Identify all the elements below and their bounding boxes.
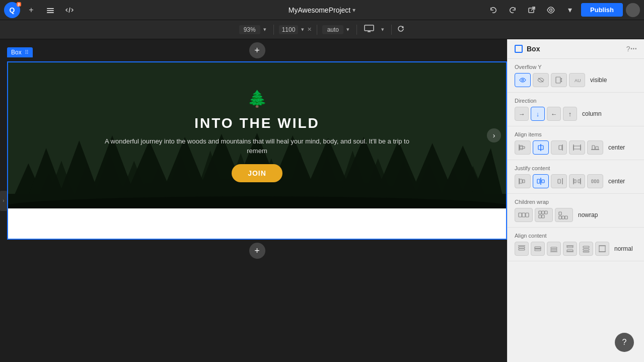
redo-button[interactable] [505,2,521,18]
beta-badge: β [17,2,21,7]
overflow-scroll-button[interactable] [551,73,567,87]
svg-rect-49 [556,77,560,83]
svg-rect-105 [583,246,589,248]
top-toolbar: Q β + MyAwesomeProject ▾ [0,0,644,20]
width-chevron-button[interactable]: ▾ [299,25,306,34]
justify-space-around-button[interactable] [587,174,603,188]
overflow-y-label: Overflow Y [515,64,637,70]
preview-button[interactable] [543,2,559,18]
overflow-y-value: visible [590,77,607,84]
svg-rect-53 [520,146,523,150]
align-content-start-button[interactable] [515,242,529,256]
auto-chevron-button[interactable]: ▾ [344,25,351,34]
user-avatar[interactable] [626,3,640,17]
publish-button[interactable]: Publish [581,3,623,17]
svg-rect-97 [535,249,541,251]
align-content-options: normal [515,242,637,256]
hero-next-arrow[interactable]: › [487,128,501,142]
hero-join-button[interactable]: JOIN [232,164,282,182]
align-items-value: center [608,144,625,151]
align-items-section: Align items [508,126,644,160]
undo-button[interactable] [485,2,502,18]
wrap-nowrap-button[interactable] [515,208,533,222]
add-button[interactable]: + [23,2,39,18]
align-content-stretch-button[interactable] [595,242,609,256]
direction-label: Direction [515,98,637,104]
app-logo[interactable]: Q β [4,2,20,18]
direction-left-button[interactable]: ← [547,107,561,121]
panel-header: Box ? ··· [508,39,644,59]
align-end-button[interactable] [551,140,567,155]
svg-rect-94 [519,249,525,250]
justify-start-button[interactable] [515,174,531,188]
logo-text: Q [10,6,15,14]
align-content-end-button[interactable] [547,242,561,256]
svg-line-5 [531,7,535,11]
svg-rect-107 [583,251,589,252]
bottom-white-section [8,208,506,239]
svg-rect-70 [542,180,544,183]
overflow-visible-button[interactable] [515,73,531,87]
project-chevron-button[interactable]: ▾ [352,7,355,14]
refresh-button[interactable] [397,25,405,34]
hero-section: 🌲 INTO THE WILD A wonderful journey into… [8,62,506,208]
width-control: 1100 ▾ ✕ [279,25,312,34]
direction-up-button[interactable]: ↑ [563,107,577,121]
add-section-bottom-button[interactable]: + [249,243,265,259]
svg-rect-98 [551,247,557,249]
justify-space-between-button[interactable] [569,174,585,188]
box-container[interactable]: Box ⠿ [7,61,507,240]
children-wrap-label: Children wrap [515,199,637,205]
drag-handle[interactable]: ⠿ [25,49,29,56]
preview-chevron-button[interactable]: ▾ [562,2,578,18]
svg-rect-0 [47,8,54,9]
direction-down-button[interactable]: ↓ [531,107,545,121]
zoom-chevron-button[interactable]: ▾ [261,25,268,34]
wrap-wrap-button[interactable] [535,208,553,222]
svg-rect-58 [559,146,562,150]
svg-rect-106 [583,249,589,250]
align-start-button[interactable] [515,140,531,155]
svg-point-6 [550,9,552,11]
layers-button[interactable] [42,2,58,18]
external-link-button[interactable] [524,2,540,18]
code-button[interactable] [61,2,78,18]
justify-content-label: Justify content [515,165,637,171]
auto-control: auto ▾ [322,25,351,34]
align-stretch-button[interactable] [569,140,585,155]
justify-center-button[interactable] [533,174,549,188]
auto-value[interactable]: auto [322,25,343,34]
align-items-options: center [515,140,637,155]
left-panel-toggle[interactable]: › [0,39,7,362]
wrap-reverse-button[interactable] [555,208,573,222]
panel-help-button[interactable]: ? [626,45,630,53]
svg-rect-102 [567,246,573,248]
align-content-between-button[interactable] [563,242,577,256]
device-chevron-button[interactable]: ▾ [379,25,386,34]
overflow-auto-button[interactable]: AU [569,73,585,87]
width-value[interactable]: 1100 [279,25,299,34]
align-center-button[interactable] [533,140,549,155]
align-content-center-button[interactable] [531,242,545,256]
svg-point-47 [522,79,524,81]
help-circle-button[interactable]: ? [615,333,634,352]
direction-right-button[interactable]: → [515,107,529,121]
svg-rect-93 [519,247,525,248]
align-content-around-button[interactable] [579,242,593,256]
svg-rect-83 [539,211,541,214]
panel-more-button[interactable]: ··· [630,44,637,53]
justify-end-button[interactable] [551,174,567,188]
canvas-area[interactable]: + Box ⠿ [7,39,507,362]
left-panel-button[interactable]: › [0,191,7,211]
add-section-top-button[interactable]: + [249,42,265,58]
svg-rect-76 [578,180,580,183]
width-x-button[interactable]: ✕ [307,26,312,33]
overflow-hidden-button[interactable] [533,73,549,87]
device-desktop-button[interactable] [362,24,376,35]
direction-options: → ↓ ← ↑ column [515,107,637,121]
project-name-container: MyAwesomeProject ▾ [289,6,355,14]
main-area: › + Box ⠿ [0,39,644,362]
project-name: MyAwesomeProject [289,6,350,14]
align-baseline-button[interactable] [587,140,603,155]
zoom-value[interactable]: 93% [239,25,260,34]
